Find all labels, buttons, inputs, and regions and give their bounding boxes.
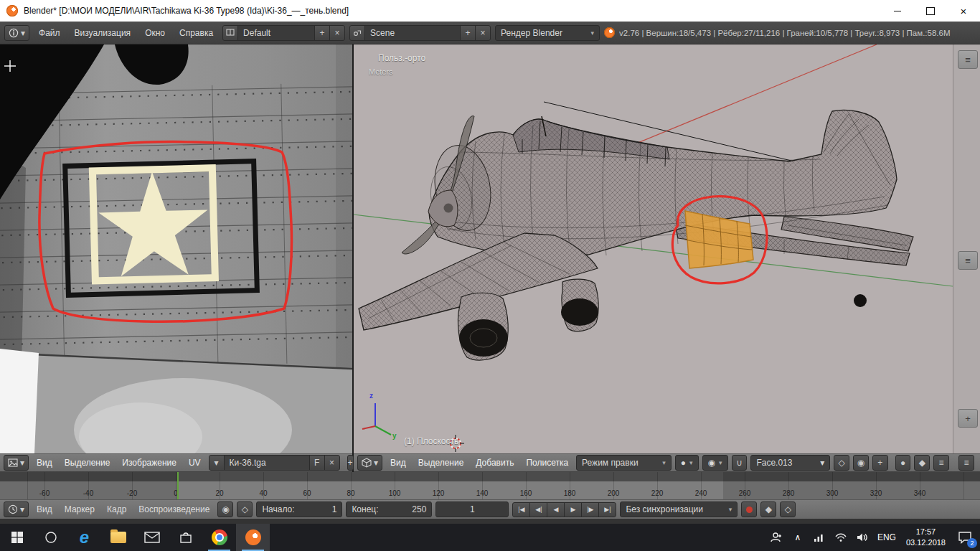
end-frame-field[interactable]: Конец: 250 [346, 501, 432, 517]
image-name-field[interactable]: Ки-36.tga [224, 455, 310, 471]
lock-frame-range-button[interactable]: ◇ [237, 501, 253, 517]
jump-to-start-button[interactable]: |◀ [512, 502, 530, 517]
uv-menu-select[interactable]: Выделение [60, 456, 115, 469]
shading-sphere-icon: ● [681, 458, 686, 468]
blender-app-icon [6, 5, 18, 17]
start-button[interactable] [0, 524, 34, 551]
v3d-menu-view[interactable]: Вид [386, 456, 410, 469]
uv-editor-type-button[interactable]: ▾ [4, 455, 29, 471]
wifi-icon [834, 532, 847, 542]
speaker-icon [856, 532, 869, 542]
axis-y-label: y [392, 432, 397, 440]
taskbar-store[interactable] [169, 524, 202, 551]
prev-keyframe-button[interactable]: ◀| [529, 502, 547, 517]
fake-user-button[interactable]: F [309, 455, 325, 471]
taskbar-file-explorer[interactable] [101, 524, 135, 551]
jump-to-end-button[interactable]: ▶| [598, 502, 616, 517]
next-keyframe-button[interactable]: |▶ [581, 502, 599, 517]
screen-layout-name[interactable]: Default [237, 25, 315, 41]
action-center-button[interactable]: 2 [953, 524, 977, 551]
manipulator-toggle-button[interactable]: + [872, 455, 888, 471]
mode-select[interactable]: Режим правки ▾ [576, 455, 672, 471]
viewport-shading-select[interactable]: ● ▾ [675, 455, 699, 471]
vertex-group-field[interactable]: Face.013 ▾ [750, 455, 830, 471]
image-browse-button[interactable]: ▾ [209, 455, 225, 471]
axis-z-label: z [369, 392, 373, 400]
collapsed-outliner-tab[interactable]: ≡ [958, 50, 978, 69]
proportional-edit-button[interactable]: ◉ [853, 455, 869, 471]
search-button[interactable] [34, 524, 67, 551]
editor-type-button[interactable]: ▾ [4, 25, 29, 41]
view-name-label: Польз.-орто [378, 53, 425, 63]
language-indicator[interactable]: ENG [875, 524, 899, 551]
tl-menu-view[interactable]: Вид [32, 503, 57, 516]
render-opengl-anim-button[interactable]: ◆ [914, 455, 930, 471]
render-opengl-button[interactable]: ● [895, 455, 911, 471]
menu-help[interactable]: Справка [174, 26, 218, 40]
unlink-image-button[interactable]: × [324, 455, 340, 471]
people-button[interactable] [767, 524, 786, 551]
tl-menu-marker[interactable]: Маркер [60, 503, 99, 516]
uv-image-editor[interactable] [0, 44, 352, 453]
tl-menu-playback[interactable]: Воспроизведение [134, 503, 214, 516]
header-menu-button[interactable]: ≡ [933, 455, 949, 471]
screen-layout-selector: Default + × [222, 25, 345, 41]
pivot-point-select[interactable]: ◉ ▾ [702, 455, 728, 471]
scene-browse-button[interactable] [349, 25, 365, 41]
taskbar-blender[interactable] [236, 524, 270, 551]
maximize-button[interactable] [914, 1, 947, 22]
menu-file[interactable]: Файл [34, 26, 65, 40]
v3d-editor-type-button[interactable]: ▾ [357, 455, 382, 471]
copy-buffer-button[interactable]: ◇ [834, 455, 849, 471]
menu-window[interactable]: Окно [140, 26, 170, 40]
play-reverse-button[interactable]: ◀ [547, 502, 565, 517]
keying-set-button[interactable]: ◆ [760, 501, 776, 517]
auto-keyframe-button[interactable] [741, 501, 757, 517]
add-layout-button[interactable]: + [314, 25, 330, 41]
collapsed-properties-tab[interactable]: ≡ [958, 251, 978, 270]
taskbar-clock[interactable]: 17:57 03.12.2018 [902, 527, 950, 548]
v3d-menu-mesh[interactable]: Полисетка [522, 456, 573, 469]
current-frame-indicator[interactable] [177, 472, 179, 499]
v3d-menu-add[interactable]: Добавить [471, 456, 518, 469]
new-image-button[interactable]: + [347, 455, 354, 471]
add-scene-button[interactable]: + [460, 25, 476, 41]
render-engine-select[interactable]: Рендер Blender ▾ [495, 25, 600, 41]
play-button[interactable]: ▶ [564, 502, 582, 517]
uv-menu-uv[interactable]: UV [184, 456, 205, 469]
uv-menu-image[interactable]: Изображение [118, 456, 181, 469]
tl-menu-frame[interactable]: Кадр [103, 503, 131, 516]
timeline-ruler[interactable]: -60 -40 -20 0 20 40 60 80 100 120 140 16… [0, 472, 980, 499]
minimize-button[interactable] [881, 1, 914, 22]
close-icon: × [961, 5, 967, 17]
search-icon [44, 530, 58, 545]
delete-scene-button[interactable]: × [475, 25, 491, 41]
screen-layout-browse-button[interactable] [222, 25, 238, 41]
v3d-menu-select[interactable]: Выделение [414, 456, 468, 469]
uv-menu-view[interactable]: Вид [32, 456, 57, 469]
image-editor-icon [8, 458, 18, 468]
taskbar-mail[interactable] [135, 524, 169, 551]
sync-mode-select[interactable]: Без синхронизации ▾ [620, 501, 738, 517]
taskbar-chrome[interactable] [202, 524, 236, 551]
insert-keyframe-button[interactable]: ◇ [780, 501, 796, 517]
wifi-button[interactable] [831, 524, 850, 551]
menu-render[interactable]: Визуализация [70, 26, 136, 40]
volume-button[interactable] [853, 524, 872, 551]
tray-overflow-button[interactable]: ∧ [788, 524, 807, 551]
start-frame-field[interactable]: Начало: 1 [256, 501, 342, 517]
use-preview-range-button[interactable]: ◉ [217, 501, 233, 517]
viewport-3d[interactable]: Польз.-орто Meters (1) Плоскость z y [354, 44, 953, 453]
scene-name[interactable]: Scene [364, 25, 461, 41]
collapsed-region-tab[interactable]: + [958, 409, 978, 428]
window-bottom-edge [0, 519, 980, 524]
current-frame-field[interactable]: ▾ 1 ▾ [435, 501, 509, 517]
close-button[interactable]: × [947, 1, 980, 22]
snap-toggle-button[interactable]: ∪ [732, 455, 748, 471]
taskbar-edge[interactable]: e [67, 524, 101, 551]
timeline-editor-type-button[interactable]: ▾ [4, 501, 29, 517]
delete-layout-button[interactable]: × [329, 25, 345, 41]
strip-header-button[interactable]: ≡ [958, 455, 974, 471]
cellular-button[interactable] [810, 524, 829, 551]
screen-layout-icon [226, 29, 235, 37]
